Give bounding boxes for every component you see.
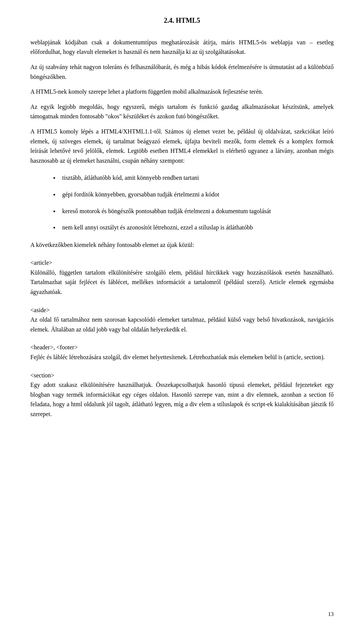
page-number: 13 [328, 610, 334, 619]
page-title: 2.4. HTML5 [30, 15, 334, 26]
paragraph-5: A HTML5 komoly lépés a HTML4/XHTML1.1-tő… [30, 127, 334, 165]
element-description: Fejléc és lábléc létrehozására szolgál, … [30, 352, 334, 362]
list-item: tisztább, átláthatóbb kód, amit könnyebb… [53, 173, 334, 183]
element-header-footer: <header>, <footer> Fejléc és lábléc létr… [30, 342, 334, 362]
list-item: nem kell annyi osztályt és azonosítót lé… [53, 223, 334, 233]
element-tag: <section> [30, 371, 334, 380]
element-description: Egy adott szakasz elkülönítésére használ… [30, 380, 334, 419]
element-tag: <article> [30, 258, 334, 268]
element-section: <section> Egy adott szakasz elkülönítésé… [30, 371, 334, 419]
element-article: <article> Különálló, független tartalom … [30, 258, 334, 297]
paragraph-2: Az új szabvány tehát nagyon toleráns és … [30, 62, 334, 82]
page: 2.4. HTML5 weblapjának kódjában csak a d… [0, 0, 364, 630]
paragraph-3: A HTML5-nek komoly szerepe lehet a platf… [30, 87, 334, 97]
element-description: Az oldal fő tartalmához nem szorosan kap… [30, 315, 334, 334]
paragraph-1: weblapjának kódjában csak a dokumentumtí… [30, 38, 334, 57]
element-description: Különálló, független tartalom elkülöníté… [30, 268, 334, 297]
element-tag: <header>, <footer> [30, 342, 334, 352]
intro-next: A következőkben kiemelek néhány fontosab… [30, 240, 334, 250]
element-tag: <aside> [30, 305, 334, 315]
list-item: kereső motorok és böngészők pontosabban … [53, 206, 334, 216]
list-item: gépi fordítók könnyebben, gyorsabban tud… [53, 190, 334, 200]
bullet-list: tisztább, átláthatóbb kód, amit könnyebb… [53, 173, 334, 232]
element-aside: <aside> Az oldal fő tartalmához nem szor… [30, 305, 334, 335]
paragraph-4: Az egyik legjobb megoldás, hogy egyszerű… [30, 102, 334, 121]
